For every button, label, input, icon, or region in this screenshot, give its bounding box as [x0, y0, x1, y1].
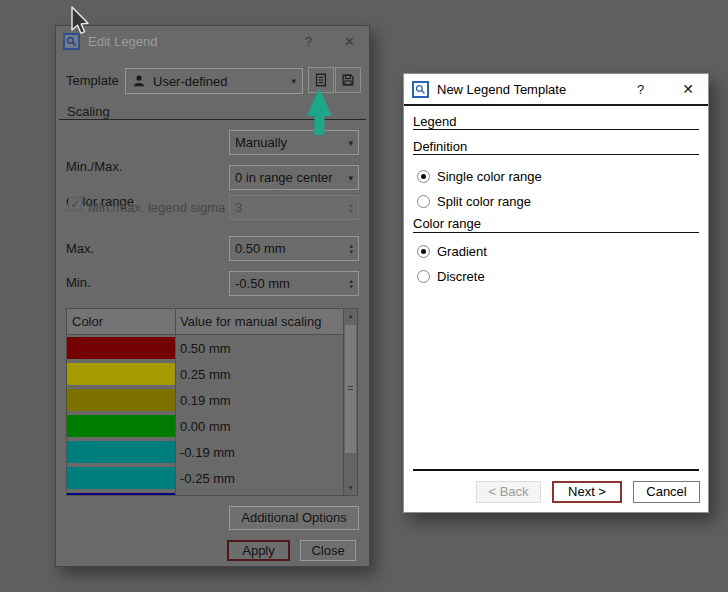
- row-value: 0.25 mm: [176, 361, 343, 387]
- radio-icon[interactable]: [417, 195, 430, 208]
- radio-single-color-range[interactable]: Single color range: [417, 169, 542, 183]
- column-header-color[interactable]: Color: [67, 309, 176, 334]
- magnifier-app-icon: [412, 81, 429, 98]
- scrollbar-thumb[interactable]: [345, 325, 356, 453]
- save-icon: [340, 72, 356, 88]
- template-dropdown[interactable]: User-defined ▾: [125, 68, 303, 94]
- chevron-down-icon: ▾: [348, 138, 353, 148]
- radio-split-color-range[interactable]: Split color range: [417, 194, 531, 208]
- table-row[interactable]: 0.00 mm: [67, 413, 343, 439]
- spinner-arrows-icon[interactable]: ▴▾: [349, 243, 353, 255]
- definition-section-divider: [413, 154, 699, 155]
- help-button[interactable]: ?: [305, 34, 312, 49]
- row-value: [176, 491, 343, 496]
- template-dropdown-value: User-defined: [153, 74, 227, 89]
- radio-icon[interactable]: [417, 170, 430, 183]
- table-row[interactable]: 0.50 mm: [67, 335, 343, 361]
- definition-section-label: Definition: [413, 140, 467, 154]
- radio-label: Single color range: [437, 169, 542, 184]
- back-button: < Back: [476, 481, 541, 503]
- help-button[interactable]: ?: [637, 82, 644, 97]
- mouse-cursor-icon: [70, 6, 90, 36]
- sigma-spinner-value: 3: [235, 200, 242, 215]
- table-row[interactable]: -0.25 mm: [67, 465, 343, 491]
- sigma-checkbox[interactable]: ✓: [68, 197, 82, 211]
- min-spinner[interactable]: -0.50 mm ▴▾: [229, 271, 359, 296]
- column-header-value[interactable]: Value for manual scaling: [176, 309, 343, 334]
- min-max-label: Min./Max.: [66, 160, 122, 174]
- color-swatch: [67, 337, 175, 359]
- row-value: -0.19 mm: [176, 439, 343, 465]
- radio-gradient[interactable]: Gradient: [417, 244, 487, 258]
- new-legend-template-dialog: New Legend Template ? ✕ Legend Definitio…: [403, 73, 709, 513]
- radio-icon[interactable]: [417, 245, 430, 258]
- new-template-icon: [313, 72, 329, 88]
- footer-divider: [413, 469, 699, 471]
- table-body: 0.50 mm 0.25 mm 0.19 mm 0.00 mm -0.19 mm: [67, 335, 343, 495]
- table-scrollbar[interactable]: ▴ ▾: [343, 309, 357, 495]
- color-swatch: [67, 467, 175, 489]
- sigma-spinner: 3 ▴▾: [229, 195, 359, 220]
- dialog-title: New Legend Template: [437, 82, 566, 97]
- close-button[interactable]: Close: [300, 540, 356, 561]
- annotation-arrow-up-icon: [307, 88, 332, 135]
- scroll-up-icon[interactable]: ▴: [344, 309, 357, 323]
- color-swatch: [67, 415, 175, 437]
- radio-discrete[interactable]: Discrete: [417, 269, 485, 283]
- radio-label: Discrete: [437, 269, 485, 284]
- legend-section-divider: [413, 129, 699, 130]
- min-spinner-value: -0.50 mm: [235, 276, 290, 291]
- max-spinner-value: 0.50 mm: [235, 241, 286, 256]
- min-label: Min.: [66, 276, 91, 290]
- apply-button[interactable]: Apply: [227, 540, 290, 561]
- min-max-dropdown-value: Manually: [235, 135, 287, 150]
- table-row[interactable]: 0.25 mm: [67, 361, 343, 387]
- radio-label: Split color range: [437, 194, 531, 209]
- legend-section-label: Legend: [413, 115, 456, 129]
- color-range-dropdown[interactable]: 0 in range center ▾: [229, 165, 359, 190]
- max-label: Max.: [66, 242, 94, 256]
- desktop-background: Edit Legend ? ✕ Template User-defined ▾ …: [0, 0, 728, 592]
- new-legend-template-titlebar[interactable]: New Legend Template ? ✕: [404, 74, 708, 106]
- radio-label: Gradient: [437, 244, 487, 259]
- chevron-down-icon: ▾: [348, 173, 353, 183]
- table-row[interactable]: 0.19 mm: [67, 387, 343, 413]
- scaling-section-label: Scaling: [67, 105, 110, 119]
- sigma-label: Min./max. legend sigma: [88, 201, 225, 215]
- table-row[interactable]: -0.19 mm: [67, 439, 343, 465]
- chevron-down-icon: ▾: [291, 76, 296, 86]
- color-swatch: [67, 493, 175, 496]
- table-row[interactable]: [67, 491, 343, 496]
- dialog-title: Edit Legend: [88, 34, 157, 49]
- scroll-down-icon[interactable]: ▾: [344, 481, 357, 495]
- template-label: Template: [66, 74, 119, 88]
- color-range-dropdown-value: 0 in range center: [235, 170, 333, 185]
- next-button[interactable]: Next >: [552, 481, 622, 503]
- cancel-button[interactable]: Cancel: [633, 481, 700, 503]
- additional-options-button[interactable]: Additional Options: [229, 506, 359, 530]
- row-value: 0.00 mm: [176, 413, 343, 439]
- row-value: -0.25 mm: [176, 465, 343, 491]
- color-range-section-label: Color range: [413, 217, 481, 231]
- color-range-section-divider: [413, 232, 699, 233]
- radio-icon[interactable]: [417, 270, 430, 283]
- spinner-arrows-icon: ▴▾: [349, 202, 353, 214]
- table-header-row: Color Value for manual scaling: [67, 309, 343, 335]
- color-swatch: [67, 363, 175, 385]
- edit-legend-titlebar[interactable]: Edit Legend ? ✕: [56, 26, 369, 56]
- color-swatch: [67, 441, 175, 463]
- row-value: 0.50 mm: [176, 335, 343, 361]
- check-icon: ✓: [70, 198, 79, 211]
- close-icon[interactable]: ✕: [682, 81, 694, 97]
- save-template-button[interactable]: [335, 67, 361, 93]
- close-icon[interactable]: ✕: [344, 34, 355, 49]
- row-value: 0.19 mm: [176, 387, 343, 413]
- scrollbar-grip: [348, 386, 353, 392]
- spinner-arrows-icon[interactable]: ▴▾: [349, 278, 353, 290]
- user-icon: [132, 74, 146, 88]
- max-spinner[interactable]: 0.50 mm ▴▾: [229, 236, 359, 261]
- color-scale-table: Color Value for manual scaling 0.50 mm 0…: [66, 308, 358, 496]
- color-swatch: [67, 389, 175, 411]
- min-max-dropdown[interactable]: Manually ▾: [229, 130, 359, 155]
